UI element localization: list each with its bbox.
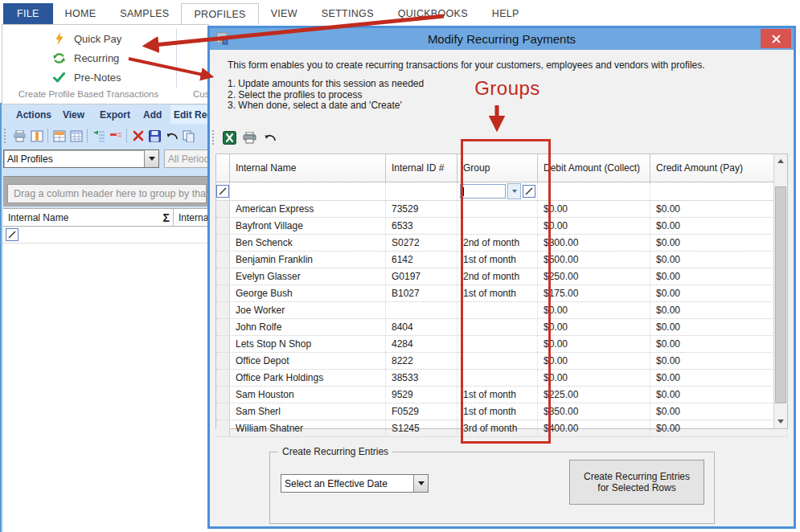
cell-credit-amount[interactable]: $0.00 (650, 235, 787, 251)
cell-internal-name[interactable]: Office Park Holdings (230, 370, 386, 386)
cell-group[interactable] (457, 353, 538, 369)
cell-group[interactable] (457, 319, 538, 335)
scroll-down-button[interactable] (774, 415, 787, 428)
cell-credit-amount[interactable]: $0.00 (650, 252, 787, 268)
cell-internal-id[interactable] (386, 302, 457, 318)
cell-credit-amount[interactable]: $0.00 (650, 319, 787, 335)
combobox-dropdown-button[interactable] (413, 475, 428, 492)
cell-group[interactable] (457, 370, 538, 386)
table-row[interactable]: George Bush B1027 1st of month $175.00 $… (216, 285, 787, 302)
group-filter-dropdown-button[interactable] (507, 183, 521, 199)
tab-actions[interactable]: Actions (13, 105, 55, 124)
cell-debit-amount[interactable]: $225.00 (538, 387, 650, 403)
table-row[interactable]: Evelyn Glasser G0197 2nd of month $250.0… (216, 268, 787, 285)
cell-debit-amount[interactable]: $0.00 (538, 353, 650, 369)
cell-group[interactable]: 1st of month (457, 403, 538, 419)
cell-credit-amount[interactable]: $0.00 (650, 201, 787, 217)
cell-credit-amount[interactable]: $0.00 (650, 403, 787, 419)
cell-internal-name[interactable]: American Express (230, 201, 386, 217)
table-row[interactable]: Office Park Holdings 38533 $0.00 $0.00 (216, 370, 787, 387)
tab-view[interactable]: View (59, 105, 88, 124)
save-icon[interactable] (147, 129, 162, 144)
filter-edit-icon[interactable] (523, 185, 535, 198)
remove-row-icon[interactable] (108, 129, 123, 144)
table-row[interactable]: Joe Worker $0.00 $0.00 (216, 302, 787, 319)
periods-filter-combobox[interactable]: All Periods (164, 149, 209, 168)
cell-group[interactable] (457, 201, 538, 217)
filter-edit-icon[interactable] (6, 228, 18, 241)
cell-internal-id[interactable]: 6142 (386, 252, 457, 268)
cell-internal-name[interactable]: Sam Sherl (230, 403, 386, 419)
row-selector[interactable] (216, 319, 230, 335)
menu-item-profiles[interactable]: PROFILES (181, 3, 258, 24)
effective-date-combobox[interactable]: Select an Effective Date (281, 474, 429, 493)
dialog-title-bar[interactable]: Modify Recurring Payments (210, 28, 794, 50)
vertical-scrollbar[interactable] (773, 154, 787, 428)
column-internal-name[interactable]: Internal Name (230, 154, 386, 182)
cell-internal-id[interactable]: 6533 (386, 218, 457, 234)
cell-group[interactable]: 1st of month (457, 387, 538, 403)
cell-group[interactable] (457, 302, 538, 318)
cell-internal-name[interactable]: Ben Schenck (230, 235, 386, 251)
bg-column-internal-id[interactable]: Internal ID # (174, 209, 209, 226)
print-icon[interactable] (12, 129, 27, 144)
cell-credit-amount[interactable]: $0.00 (650, 420, 787, 436)
menu-item-recurring[interactable]: Recurring (52, 49, 119, 67)
menu-item-pre-notes[interactable]: Pre-Notes (52, 68, 121, 86)
filter-cell-debit[interactable] (538, 182, 650, 200)
menu-item-file[interactable]: FILE (3, 3, 53, 24)
table-row[interactable]: American Express 73529 $0.00 $0.00 (216, 201, 787, 218)
row-selector[interactable] (216, 268, 230, 284)
group-by-box[interactable]: Drag a column header here to group by th… (3, 176, 209, 207)
cell-debit-amount[interactable]: $400.00 (538, 420, 650, 436)
cell-internal-id[interactable]: 8222 (386, 353, 457, 369)
menu-item-quick-pay[interactable]: Quick Pay (52, 30, 121, 47)
table-row[interactable]: William Shatner S1245 3rd of month $400.… (216, 420, 787, 437)
cell-debit-amount[interactable]: $350.00 (538, 403, 650, 419)
cell-internal-name[interactable]: Joe Worker (230, 302, 386, 318)
filter-cell-internal-id[interactable] (386, 182, 457, 200)
cell-group[interactable]: 2nd of month (457, 268, 538, 284)
column-internal-id[interactable]: Internal ID # (386, 154, 457, 182)
cell-internal-name[interactable]: Evelyn Glasser (230, 268, 386, 284)
filter-cell-internal-name[interactable] (230, 182, 386, 200)
row-selector[interactable] (216, 285, 230, 301)
cell-debit-amount[interactable]: $0.00 (538, 302, 650, 318)
row-selector[interactable] (216, 302, 230, 318)
revert-icon[interactable] (262, 130, 277, 145)
cell-group[interactable]: 1st of month (457, 285, 538, 301)
column-group[interactable]: Group (457, 154, 538, 182)
table-grid-icon[interactable] (68, 129, 84, 144)
cell-group[interactable] (457, 336, 538, 352)
group-filter-combobox[interactable] (460, 183, 535, 199)
cell-debit-amount[interactable]: $300.00 (538, 235, 650, 251)
cell-internal-id[interactable]: B1027 (386, 285, 457, 301)
filter-cell-group[interactable] (457, 182, 538, 200)
sum-icon[interactable]: Σ (163, 211, 170, 224)
cell-internal-name[interactable]: Benjamin Franklin (230, 252, 386, 268)
row-selector[interactable] (216, 420, 230, 436)
row-selector[interactable] (216, 370, 230, 386)
cell-internal-name[interactable]: Sam Houston (230, 387, 386, 403)
cell-debit-amount[interactable]: $0.00 (538, 319, 650, 335)
row-selector[interactable] (216, 353, 230, 369)
column-credit-amount[interactable]: Credit Amount (Pay) (650, 154, 787, 182)
close-button[interactable] (761, 29, 791, 48)
menu-item-settings[interactable]: SETTINGS (310, 3, 386, 24)
menu-item-home[interactable]: HOME (53, 3, 109, 24)
copy-icon[interactable] (181, 129, 196, 144)
cell-debit-amount[interactable]: $500.00 (538, 252, 650, 268)
cell-credit-amount[interactable]: $0.00 (650, 336, 787, 352)
bg-column-internal-name[interactable]: Internal Name Σ (3, 209, 174, 226)
cell-credit-amount[interactable]: $0.00 (650, 302, 787, 318)
cell-debit-amount[interactable]: $0.00 (538, 218, 650, 234)
cell-internal-id[interactable]: G0197 (386, 268, 457, 284)
cell-internal-name[interactable]: Office Depot (230, 353, 386, 369)
cell-internal-id[interactable]: 38533 (386, 370, 457, 386)
cell-group[interactable]: 2nd of month (457, 235, 538, 251)
tab-add[interactable]: Add (140, 105, 165, 124)
table-header-icon[interactable] (51, 129, 67, 144)
menu-item-quickbooks[interactable]: QUICKBOOKS (386, 3, 480, 24)
cell-credit-amount[interactable]: $0.00 (650, 370, 787, 386)
table-row[interactable]: Lets Stop N Shop 4284 $0.00 $0.00 (216, 336, 787, 353)
